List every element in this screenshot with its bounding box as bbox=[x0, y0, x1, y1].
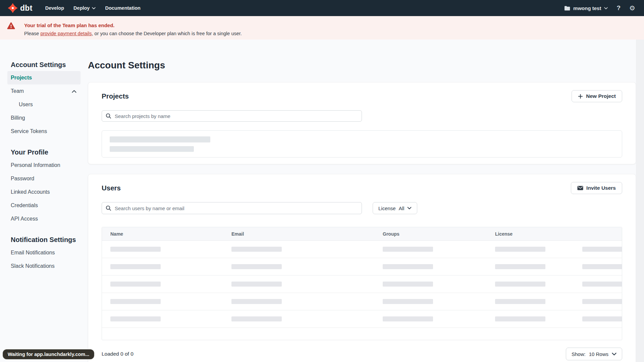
skeleton-bar bbox=[231, 316, 282, 321]
loaded-count: Loaded 0 of 0 bbox=[102, 351, 133, 357]
page-title: Account Settings bbox=[88, 60, 636, 70]
dbt-logo-icon bbox=[8, 3, 17, 13]
sidebar-section-notification-settings: Notification Settings Email Notification… bbox=[11, 235, 88, 273]
users-table-header: Name Email Groups License bbox=[102, 227, 622, 241]
chevron-down-icon bbox=[92, 7, 96, 9]
skeleton-bar bbox=[383, 316, 433, 321]
skeleton-bar bbox=[231, 299, 282, 304]
projects-search bbox=[102, 110, 362, 122]
rows-per-page-dropdown[interactable]: Show: 10 Rows bbox=[566, 348, 622, 360]
invite-users-button[interactable]: Invite Users bbox=[571, 182, 622, 194]
projects-search-input[interactable] bbox=[102, 110, 362, 122]
browser-status-bubble: Waiting for app.launchdarkly.com... bbox=[3, 349, 94, 359]
chevron-down-icon bbox=[604, 7, 608, 9]
sidebar-item-team[interactable]: Team bbox=[7, 84, 80, 98]
skeleton-bar bbox=[110, 264, 161, 269]
content: Account Settings Projects Team Users Bil… bbox=[0, 40, 644, 362]
skeleton-bar bbox=[110, 247, 161, 252]
column-header-license: License bbox=[487, 231, 574, 237]
sidebar-item-password[interactable]: Password bbox=[7, 172, 80, 185]
skeleton-bar bbox=[582, 316, 622, 321]
users-table: Name Email Groups License bbox=[102, 227, 622, 340]
sidebar-heading-account-settings: Account Settings bbox=[11, 60, 88, 70]
skeleton-bar bbox=[231, 282, 282, 287]
account-name: mwong test bbox=[573, 5, 601, 11]
scrollbar-track[interactable] bbox=[636, 40, 644, 362]
nav-documentation[interactable]: Documentation bbox=[105, 5, 141, 11]
skeleton-bar bbox=[582, 282, 622, 287]
banner-title: Your trial of the Team plan has ended. bbox=[24, 21, 644, 29]
skeleton-bar bbox=[495, 264, 545, 269]
settings-sidebar: Account Settings Projects Team Users Bil… bbox=[0, 40, 88, 362]
skeleton-bar bbox=[110, 146, 194, 152]
chevron-up-icon bbox=[72, 90, 76, 93]
skeleton-bar bbox=[110, 299, 161, 304]
skeleton-bar bbox=[582, 264, 622, 269]
nav-deploy[interactable]: Deploy bbox=[73, 5, 96, 11]
skeleton-bar bbox=[495, 316, 545, 321]
sidebar-item-billing[interactable]: Billing bbox=[7, 111, 80, 125]
folder-icon bbox=[564, 6, 570, 11]
dbt-logo-text: dbt bbox=[20, 4, 33, 13]
sidebar-item-users[interactable]: Users bbox=[7, 98, 80, 111]
skeleton-bar bbox=[110, 282, 161, 287]
projects-card-title: Projects bbox=[102, 92, 129, 100]
table-row-skeleton bbox=[102, 276, 622, 293]
main-menu: Develop Deploy Documentation bbox=[45, 5, 141, 11]
table-row-skeleton bbox=[102, 241, 622, 258]
skeleton-bar bbox=[582, 247, 622, 252]
account-switcher[interactable]: mwong test bbox=[564, 5, 608, 11]
skeleton-bar bbox=[231, 247, 282, 252]
table-row-skeleton bbox=[102, 310, 622, 328]
users-card-title: Users bbox=[102, 184, 121, 192]
skeleton-bar bbox=[383, 282, 433, 287]
sidebar-item-linked-accounts[interactable]: Linked Accounts bbox=[7, 185, 80, 199]
table-row-skeleton bbox=[102, 258, 622, 276]
column-header-groups: Groups bbox=[374, 231, 487, 237]
app: dbt Develop Deploy Documentation mwong t… bbox=[0, 0, 644, 362]
users-card: Users Invite Users bbox=[88, 174, 636, 362]
skeleton-bar bbox=[110, 136, 210, 142]
column-header-email: Email bbox=[223, 231, 374, 237]
column-header-name: Name bbox=[102, 231, 223, 237]
skeleton-bar bbox=[495, 282, 545, 287]
banner-message: Please provide payment details, or you c… bbox=[24, 29, 644, 38]
search-icon bbox=[106, 113, 111, 119]
sidebar-item-personal-information[interactable]: Personal Information bbox=[7, 159, 80, 172]
help-icon[interactable]: ? bbox=[616, 4, 621, 12]
sidebar-item-service-tokens[interactable]: Service Tokens bbox=[7, 125, 80, 138]
settings-gear-icon[interactable]: ⚙ bbox=[629, 5, 635, 11]
table-row-skeleton bbox=[102, 293, 622, 310]
sidebar-item-credentials[interactable]: Credentials bbox=[7, 199, 80, 212]
chevron-down-icon bbox=[612, 353, 616, 356]
skeleton-bar bbox=[582, 299, 622, 304]
new-project-button[interactable]: New Project bbox=[572, 90, 622, 102]
main-panel: Account Settings Projects New Project bbox=[88, 40, 644, 362]
skeleton-bar bbox=[383, 264, 433, 269]
skeleton-bar bbox=[110, 316, 161, 321]
search-icon bbox=[106, 205, 111, 211]
dbt-logo[interactable]: dbt bbox=[8, 3, 33, 13]
sidebar-section-account-settings: Account Settings Projects Team Users Bil… bbox=[11, 60, 88, 138]
skeleton-bar bbox=[495, 247, 545, 252]
projects-loading-skeleton bbox=[102, 130, 622, 158]
trial-ended-banner: Your trial of the Team plan has ended. P… bbox=[0, 16, 644, 40]
sidebar-item-slack-notifications[interactable]: Slack Notifications bbox=[7, 259, 80, 273]
users-search-input[interactable] bbox=[102, 202, 362, 214]
top-nav: dbt Develop Deploy Documentation mwong t… bbox=[0, 0, 644, 16]
plus-icon bbox=[578, 94, 583, 99]
nav-develop[interactable]: Develop bbox=[45, 5, 64, 11]
sidebar-heading-notification-settings: Notification Settings bbox=[11, 235, 88, 245]
table-empty-space bbox=[102, 328, 622, 340]
provide-payment-details-link[interactable]: provide payment details bbox=[40, 31, 92, 36]
projects-card: Projects New Project bbox=[88, 82, 636, 164]
skeleton-bar bbox=[495, 299, 545, 304]
sidebar-section-your-profile: Your Profile Personal Information Passwo… bbox=[11, 147, 88, 226]
chevron-down-icon bbox=[407, 207, 412, 209]
users-search bbox=[102, 202, 362, 214]
mail-icon bbox=[577, 186, 583, 190]
sidebar-item-api-access[interactable]: API Access bbox=[7, 212, 80, 226]
sidebar-item-email-notifications[interactable]: Email Notifications bbox=[7, 246, 80, 259]
license-filter-dropdown[interactable]: License All bbox=[373, 202, 417, 214]
sidebar-item-projects[interactable]: Projects bbox=[7, 71, 80, 84]
